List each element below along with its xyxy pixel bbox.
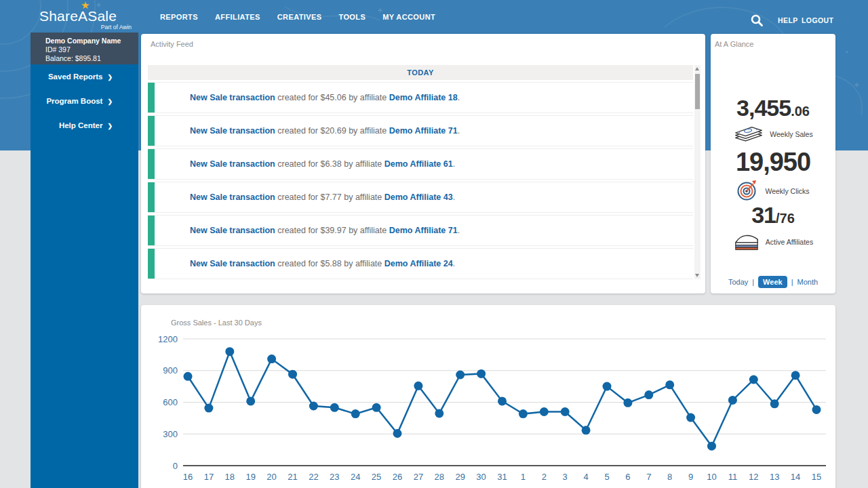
svg-text:1: 1 xyxy=(521,472,526,482)
weekly-sales-label: Weekly Sales xyxy=(770,130,812,138)
transaction-link[interactable]: New Sale transaction xyxy=(190,126,275,136)
navbar-menu-item[interactable]: REPORTS xyxy=(160,13,198,21)
transaction-link[interactable]: New Sale transaction xyxy=(190,93,275,102)
at-a-glance-card: At A Glance 3,455.06 Weekly Sales xyxy=(711,34,835,293)
svg-text:2: 2 xyxy=(542,472,547,482)
help-link[interactable]: HELP xyxy=(778,16,798,24)
sale-indicator-bar xyxy=(148,83,155,113)
affiliate-link[interactable]: Demo Affiliate 61 xyxy=(384,159,453,169)
svg-text:14: 14 xyxy=(791,472,800,482)
sale-indicator-bar xyxy=(148,249,155,279)
svg-text:0: 0 xyxy=(173,461,178,471)
weekly-sales-stat: 3,455.06 Weekly Sales xyxy=(711,96,835,146)
scroll-down-icon[interactable] xyxy=(695,274,699,277)
sale-indicator-bar xyxy=(148,116,155,146)
period-today-link[interactable]: Today xyxy=(728,278,748,286)
sale-indicator-bar xyxy=(148,216,155,245)
transaction-link[interactable]: New Sale transaction xyxy=(190,259,275,268)
gross-sales-line-chart: 0300600900120016171819202122232425262728… xyxy=(146,331,830,488)
active-affiliates-stat: 31/76 Active Affiliates xyxy=(711,203,835,254)
svg-text:8: 8 xyxy=(667,472,672,482)
account-summary: Demo Company Name ID# 397 Balance: $895.… xyxy=(31,33,138,64)
activity-feed-card: Activity Feed TODAY New Sale transaction… xyxy=(141,34,705,293)
sidebar-menu-item[interactable]: Help Center ❯ xyxy=(31,113,138,138)
svg-text:3: 3 xyxy=(563,472,568,482)
svg-text:✦: ✦ xyxy=(853,80,861,90)
shareasale-dashboard: ✦✦ ✦✦ ✦ ★ ShareASale Part of Awin REPORT… xyxy=(0,0,868,488)
affiliate-link[interactable]: Demo Affiliate 18 xyxy=(389,93,458,102)
feed-scrollbar[interactable] xyxy=(694,65,701,279)
svg-text:28: 28 xyxy=(435,472,444,482)
at-a-glance-title: At A Glance xyxy=(715,40,753,48)
period-week-button[interactable]: Week xyxy=(758,276,787,288)
svg-text:24: 24 xyxy=(351,472,360,482)
search-icon[interactable] xyxy=(750,14,764,27)
navbar-menu-item[interactable]: AFFILIATES xyxy=(215,13,260,21)
weekly-clicks-value: 19,950 xyxy=(711,149,835,175)
sale-indicator-bar xyxy=(148,149,155,179)
svg-text:4: 4 xyxy=(583,472,588,482)
sidebar-menu-item[interactable]: Saved Reports ❯ xyxy=(31,64,138,89)
feed-section-header: TODAY xyxy=(148,65,693,80)
feed-entry: New Sale transaction created for $7.77 b… xyxy=(148,182,693,213)
logo-tagline: Part of Awin xyxy=(39,24,134,30)
scroll-up-icon[interactable] xyxy=(695,67,699,70)
svg-text:9: 9 xyxy=(688,472,693,482)
company-id: ID# 397 xyxy=(45,45,134,54)
svg-text:300: 300 xyxy=(163,429,178,439)
period-month-link[interactable]: Month xyxy=(797,278,818,286)
logout-link[interactable]: LOGOUT xyxy=(802,16,833,24)
svg-text:31: 31 xyxy=(497,472,507,482)
top-navbar: ★ ShareASale Part of Awin REPORTSAFFILIA… xyxy=(0,0,868,34)
svg-text:15: 15 xyxy=(812,472,821,482)
shareasale-logo[interactable]: ★ ShareASale Part of Awin xyxy=(39,2,134,30)
affiliate-link[interactable]: Demo Affiliate 71 xyxy=(389,226,458,235)
target-icon xyxy=(736,178,760,204)
activity-feed-title: Activity Feed xyxy=(151,40,193,48)
svg-text:16: 16 xyxy=(183,472,193,482)
period-selector: Today | Week | Month xyxy=(711,276,835,288)
navbar-menu-item[interactable]: MY ACCOUNT xyxy=(382,13,435,21)
svg-text:21: 21 xyxy=(288,472,297,482)
svg-text:6: 6 xyxy=(625,472,630,482)
svg-text:19: 19 xyxy=(245,472,255,482)
svg-text:900: 900 xyxy=(163,365,178,375)
transaction-link[interactable]: New Sale transaction xyxy=(190,226,275,235)
svg-text:5: 5 xyxy=(604,472,609,482)
feed-list: New Sale transaction created for $45.06 … xyxy=(148,82,693,281)
svg-text:17: 17 xyxy=(204,472,214,482)
main-menu: REPORTSAFFILIATESCREATIVESTOOLSMY ACCOUN… xyxy=(160,0,435,34)
affiliate-link[interactable]: Demo Affiliate 43 xyxy=(384,192,453,202)
transaction-link[interactable]: New Sale transaction xyxy=(190,192,275,202)
affiliate-link[interactable]: Demo Affiliate 24 xyxy=(384,259,453,268)
chevron-right-icon: ❯ xyxy=(107,74,113,81)
weekly-clicks-stat: 19,950 Weekly Clicks xyxy=(711,149,835,204)
svg-text:18: 18 xyxy=(225,472,235,482)
cake-slice-icon xyxy=(733,230,760,254)
chevron-right-icon: ❯ xyxy=(107,123,113,129)
chart-title: Gross Sales - Last 30 Days xyxy=(171,319,262,327)
company-name: Demo Company Name xyxy=(45,37,134,45)
active-affiliates-value: 31/76 xyxy=(711,203,835,226)
scrollbar-thumb[interactable] xyxy=(695,74,700,109)
svg-text:29: 29 xyxy=(455,472,465,482)
navbar-menu-item[interactable]: CREATIVES xyxy=(277,13,322,21)
svg-text:7: 7 xyxy=(646,472,651,482)
separator: | xyxy=(752,278,754,286)
feed-entry: New Sale transaction created for $39.97 … xyxy=(148,215,693,246)
chevron-right-icon: ❯ xyxy=(107,98,113,105)
feed-entry: New Sale transaction created for $45.06 … xyxy=(148,82,693,113)
sidebar-menu: Saved Reports ❯ Program Boost ❯ Help Cen… xyxy=(31,64,138,138)
feed-entry: New Sale transaction created for $5.88 b… xyxy=(148,248,693,279)
weekly-clicks-label: Weekly Clicks xyxy=(765,187,809,195)
transaction-link[interactable]: New Sale transaction xyxy=(190,159,275,169)
weekly-sales-value: 3,455.06 xyxy=(711,96,835,119)
svg-text:1200: 1200 xyxy=(158,334,178,344)
affiliate-link[interactable]: Demo Affiliate 71 xyxy=(389,126,458,136)
sidebar-menu-item[interactable]: Program Boost ❯ xyxy=(31,89,138,113)
navbar-menu-item[interactable]: TOOLS xyxy=(338,13,366,21)
svg-text:30: 30 xyxy=(476,472,486,482)
gross-sales-chart-card: Gross Sales - Last 30 Days 0300600900120… xyxy=(141,305,835,488)
feed-entry: New Sale transaction created for $20.69 … xyxy=(148,115,693,146)
svg-text:12: 12 xyxy=(749,472,758,482)
